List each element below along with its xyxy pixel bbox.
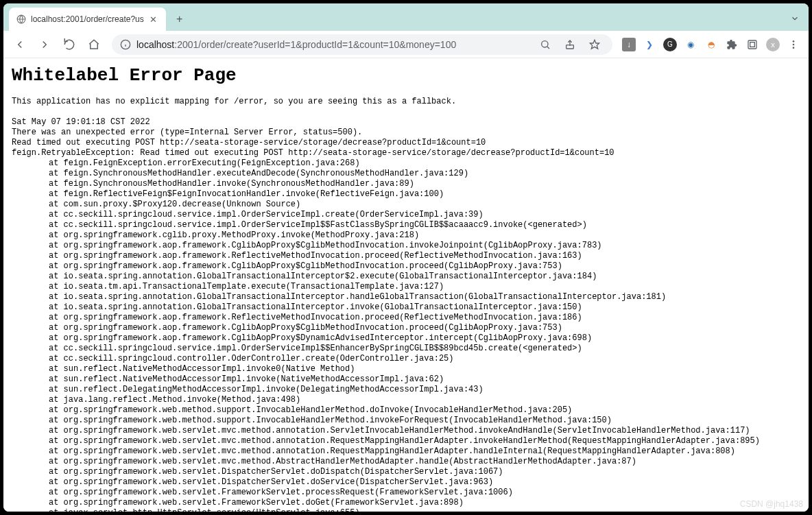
svg-rect-8 bbox=[748, 40, 756, 49]
tab-title: localhost:2001/order/create?us bbox=[31, 14, 144, 24]
error-message-text: Read timed out executing POST http://sea… bbox=[12, 138, 802, 148]
new-tab-button[interactable]: + bbox=[170, 10, 189, 29]
toolbar-actions: ↓ ❯ G ◉ ◓ x bbox=[619, 35, 803, 54]
reload-button[interactable] bbox=[58, 34, 80, 56]
tab-strip-right bbox=[787, 10, 803, 27]
zoom-icon[interactable] bbox=[536, 35, 555, 54]
globe-icon bbox=[16, 14, 27, 25]
home-button[interactable] bbox=[83, 34, 105, 56]
stacktrace: at feign.FeignException.errorExecuting(F… bbox=[12, 158, 802, 512]
chevron-down-icon[interactable] bbox=[787, 10, 803, 27]
avatar-icon: x bbox=[766, 38, 780, 51]
grammarly-extension-icon[interactable]: G bbox=[660, 35, 680, 54]
url-text: localhost:2001/order/create?userId=1&pro… bbox=[136, 39, 456, 50]
timestamp-text: Sat May 07 19:01:18 CST 2022 bbox=[12, 117, 802, 128]
misc-extension-icon[interactable]: ◓ bbox=[702, 35, 721, 54]
tabgroup-icon[interactable] bbox=[743, 35, 762, 54]
svg-point-11 bbox=[793, 43, 795, 45]
url-path: :2001/order/create?userId=1&productId=1&… bbox=[174, 39, 456, 50]
svg-rect-9 bbox=[750, 42, 755, 47]
download-extension-icon[interactable]: ↓ bbox=[619, 35, 638, 54]
exception-text: feign.RetryableException: Read timed out… bbox=[12, 148, 802, 158]
forward-button[interactable] bbox=[34, 34, 56, 56]
browser-window: localhost:2001/order/create?us ✕ + local… bbox=[3, 3, 809, 512]
svg-point-10 bbox=[793, 40, 795, 43]
site-info-icon[interactable] bbox=[120, 39, 131, 50]
svg-point-4 bbox=[542, 40, 548, 47]
intro-text: This application has no explicit mapping… bbox=[12, 97, 802, 107]
address-bar[interactable]: localhost:2001/order/create?userId=1&pro… bbox=[112, 34, 612, 55]
profile-avatar[interactable]: x bbox=[763, 35, 783, 54]
react-extension-icon[interactable]: ◉ bbox=[681, 35, 700, 54]
back-button[interactable] bbox=[9, 34, 31, 56]
kebab-menu-icon[interactable] bbox=[784, 35, 803, 54]
page-title: Whitelabel Error Page bbox=[12, 65, 802, 86]
svg-line-5 bbox=[547, 46, 549, 48]
share-icon[interactable] bbox=[560, 35, 580, 54]
blank-line bbox=[12, 107, 802, 117]
bookmark-star-icon[interactable] bbox=[585, 35, 604, 54]
svg-marker-7 bbox=[590, 40, 599, 49]
extensions-puzzle-icon[interactable] bbox=[722, 35, 741, 54]
page-content[interactable]: Whitelabel Error Page This application h… bbox=[3, 58, 809, 512]
svg-point-12 bbox=[793, 47, 795, 49]
close-tab-icon[interactable]: ✕ bbox=[148, 14, 159, 25]
error-type-text: There was an unexpected error (type=Inte… bbox=[12, 128, 802, 138]
url-host: localhost bbox=[136, 39, 174, 50]
watermark: CSDN @jhq1438 bbox=[740, 499, 803, 509]
active-tab[interactable]: localhost:2001/order/create?us ✕ bbox=[9, 8, 166, 31]
vim-extension-icon[interactable]: ❯ bbox=[640, 35, 659, 54]
tab-strip: localhost:2001/order/create?us ✕ + bbox=[3, 3, 809, 31]
browser-toolbar: localhost:2001/order/create?userId=1&pro… bbox=[3, 31, 809, 58]
